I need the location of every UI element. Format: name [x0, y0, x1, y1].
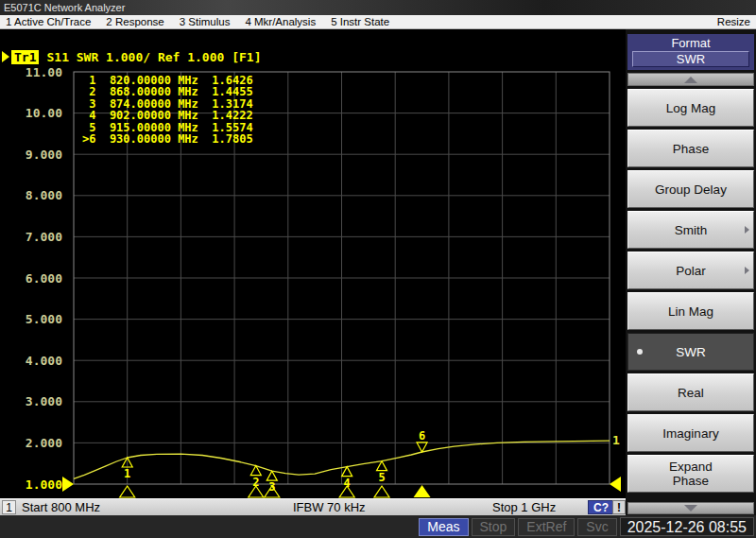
status-bar: MeasStopExtRefSvc2025-12-26 08:55: [0, 515, 756, 538]
start-frequency-readout: Start 800 MHz: [22, 500, 100, 514]
y-axis-tick-label: 1.000: [26, 477, 62, 492]
reference-level-left-icon: [62, 477, 74, 492]
y-axis-tick-label: 10.00: [26, 106, 62, 120]
marker-readout-row-6: >6 930.00000 MHz 1.7805: [82, 133, 253, 145]
softkey-button-real[interactable]: Real: [627, 373, 754, 411]
reference-level-right-icon: [610, 477, 621, 492]
y-axis-tick-label: 2.000: [26, 436, 62, 450]
marker-readout-row-4: 4 902.00000 MHz 1.4222: [82, 110, 253, 121]
y-axis-tick-label: 4.000: [26, 354, 62, 368]
softkey-label: Imaginary: [662, 426, 718, 441]
softkey-button-imaginary[interactable]: Imaginary: [627, 414, 754, 452]
trace-marker-4[interactable]: [342, 467, 352, 477]
trace-marker-number-6: 6: [419, 429, 425, 443]
analyzer-window: E5071C Network Analyzer 1 Active Ch/Trac…: [0, 0, 756, 538]
softkey-button-swr[interactable]: SWR: [627, 333, 754, 371]
softkey-button-expand-phase[interactable]: Expand Phase: [627, 455, 754, 493]
status-indicator-svc: Svc: [577, 518, 616, 536]
clock-readout: 2025-12-26 08:55: [620, 517, 754, 536]
trace-format-readout: S11 SWR 1.000/ Ref 1.000 [F1]: [46, 50, 261, 64]
window-title-bar: E5071C Network Analyzer: [0, 0, 756, 15]
softkey-label: Real: [678, 386, 704, 400]
ifbw-readout: IFBW 70 kHz: [293, 500, 366, 514]
softkey-label: Lin Mag: [668, 304, 713, 319]
menu-bar: 1 Active Ch/Trace2 Response3 Stimulus4 M…: [0, 15, 756, 29]
trace-marker-number-1: 1: [124, 467, 130, 480]
softkey-menu-title: Format: [627, 36, 754, 50]
softkey-label: Smith: [675, 223, 708, 237]
warning-badge: !: [612, 500, 626, 514]
softkey-button-log-mag[interactable]: Log Mag: [627, 89, 754, 127]
y-axis-tick-label: 8.000: [26, 188, 62, 202]
menu-item-2[interactable]: 2 Response: [106, 16, 163, 27]
marker-readout-row-2: 2 868.00000 MHz 1.4455: [82, 86, 253, 97]
scroll-down-icon: [684, 505, 697, 512]
channel-number-badge: 1: [2, 500, 16, 514]
stimulus-marker-1-icon: [120, 486, 135, 497]
softkey-label: Expand Phase: [669, 460, 713, 488]
softkey-label: SWR: [676, 345, 706, 359]
y-axis-tick-label: 6.000: [26, 271, 62, 286]
status-indicator-meas: Meas: [419, 518, 468, 536]
softkey-label: Polar: [676, 264, 706, 278]
trace-status-line: Tr1 S11 SWR 1.000/ Ref 1.000 [F1]: [2, 49, 261, 64]
y-axis-tick-label: 7.000: [26, 230, 62, 244]
trace-marker-5[interactable]: [377, 461, 387, 471]
softkey-button-lin-mag[interactable]: Lin Mag: [627, 292, 754, 330]
softkey-scroll-up-button[interactable]: [627, 73, 754, 86]
y-axis-tick-label: 5.000: [26, 312, 62, 326]
softkey-label: Group Delay: [655, 182, 727, 197]
softkey-button-polar[interactable]: Polar: [627, 252, 754, 289]
trace-number-label: 1: [612, 433, 620, 447]
marker-table: 1 820.00000 MHz 1.6426 2 868.00000 MHz 1…: [82, 75, 253, 145]
softkey-button-phase[interactable]: Phase: [627, 130, 754, 167]
trace-marker-6[interactable]: [417, 443, 427, 452]
window-title: E5071C Network Analyzer: [4, 2, 125, 13]
softkey-current-value: SWR: [632, 51, 749, 67]
submenu-arrow-icon: [745, 226, 749, 234]
correction-status-badge: C?: [588, 500, 614, 514]
menu-item-3[interactable]: 3 Stimulus: [180, 16, 231, 27]
stimulus-marker-6-icon: [414, 485, 431, 497]
softkey-menu: Format SWR Log MagPhaseGroup DelaySmithP…: [626, 29, 756, 515]
y-axis-tick-label: 9.000: [26, 148, 62, 162]
menu-item-5[interactable]: 5 Instr State: [331, 16, 389, 27]
menu-item-4[interactable]: 4 Mkr/Analysis: [245, 16, 316, 27]
trace-tag[interactable]: Tr1: [11, 50, 39, 64]
softkey-button-group-delay[interactable]: Group Delay: [627, 170, 754, 208]
y-axis-tick-label: 3.000: [26, 394, 62, 408]
stop-frequency-readout: Stop 1 GHz: [492, 500, 556, 514]
active-trace-arrow-icon: [2, 51, 9, 62]
selected-bullet-icon: [637, 349, 643, 355]
trace-marker-3[interactable]: [266, 471, 277, 480]
trace-marker-number-3: 3: [268, 480, 275, 494]
instrument-screen: 11.0010.009.0008.0007.0006.0005.0004.000…: [0, 29, 756, 515]
softkey-header: Format SWR: [627, 34, 754, 70]
softkey-label: Log Mag: [666, 101, 716, 115]
status-indicator-stop: Stop: [472, 518, 516, 536]
scroll-up-icon: [684, 77, 697, 83]
status-indicator-extref: ExtRef: [518, 518, 575, 536]
softkey-button-smith[interactable]: Smith: [627, 211, 754, 249]
submenu-arrow-icon: [745, 267, 749, 274]
resize-button[interactable]: Resize: [717, 16, 750, 27]
menu-item-1[interactable]: 1 Active Ch/Trace: [6, 16, 91, 27]
stimulus-marker-5-icon: [374, 486, 389, 497]
y-axis-tick-label: 11.00: [26, 65, 62, 79]
softkey-label: Phase: [673, 142, 709, 156]
channel-status-bar: 1 Start 800 MHz IFBW 70 kHz Stop 1 GHz C…: [0, 498, 626, 515]
trace-marker-number-5: 5: [378, 471, 385, 484]
trace-marker-number-4: 4: [344, 477, 351, 490]
softkey-scroll-down-button[interactable]: [627, 502, 754, 514]
